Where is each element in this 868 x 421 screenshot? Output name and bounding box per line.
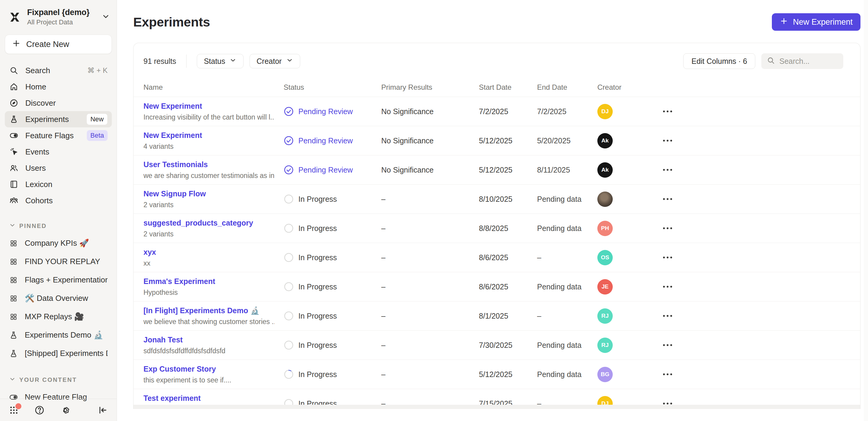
- pinned-section-header[interactable]: PINNED: [0, 222, 117, 230]
- pinned-item-label: [Shipped] Experiments Demo 🖊️: [25, 349, 107, 358]
- experiment-name-cell: New Signup Flow2 variants: [144, 189, 284, 209]
- sidebar-item-feature-flags[interactable]: Feature FlagsBeta: [5, 127, 112, 144]
- table-header-row: NameStatusPrimary ResultsStart DateEnd D…: [133, 78, 860, 97]
- row-menu-button[interactable]: [660, 224, 675, 232]
- row-menu-button[interactable]: [660, 254, 675, 261]
- end-date-cell: Pending data: [537, 195, 597, 203]
- create-new-button[interactable]: Create New: [5, 35, 112, 54]
- experiment-link[interactable]: New Experiment: [144, 102, 275, 110]
- creator-avatar[interactable]: [597, 192, 613, 207]
- column-header-start-date[interactable]: Start Date: [479, 83, 537, 92]
- filter-button-creator[interactable]: Creator: [250, 54, 300, 68]
- experiment-link[interactable]: Test experiment: [144, 394, 275, 402]
- pinned-list: Company KPIs 🚀FIND YOUR REPLAYFlags + Ex…: [0, 230, 117, 363]
- creator-avatar[interactable]: DJ: [597, 104, 613, 119]
- row-menu-button[interactable]: [660, 370, 675, 378]
- pinned-item[interactable]: FIND YOUR REPLAY: [5, 252, 112, 271]
- chevron-down-icon: [9, 376, 16, 384]
- beta-badge: Beta: [87, 130, 107, 141]
- row-menu-button[interactable]: [660, 166, 675, 174]
- status-cell: In Progress: [284, 369, 381, 380]
- experiment-description: 4 variants: [144, 142, 275, 151]
- pinned-item[interactable]: MXP Replays 🎥: [5, 307, 112, 326]
- sidebar-item-discover[interactable]: Discover: [5, 95, 112, 111]
- table-row: User Testimonialswe are sharing customer…: [133, 155, 860, 184]
- sidebar-item-label: Home: [25, 82, 107, 92]
- creator-cell: PH: [597, 221, 647, 236]
- workspace-switcher[interactable]: Fixpanel {demo} All Project Data: [0, 0, 117, 32]
- experiment-link[interactable]: Exp Customer Story: [144, 365, 275, 374]
- your-content-section-title: YOUR CONTENT: [19, 377, 77, 383]
- creator-avatar[interactable]: JE: [597, 279, 613, 294]
- experiments-table-card: 91 results StatusCreator Edit Columns · …: [133, 43, 861, 409]
- progress-circle-icon: [284, 223, 294, 233]
- creator-avatar[interactable]: PH: [597, 221, 613, 236]
- experiment-link[interactable]: User Testimonials: [144, 160, 275, 169]
- collapse-sidebar-icon[interactable]: [97, 405, 107, 415]
- filter-button-status[interactable]: Status: [197, 54, 244, 68]
- experiment-name-cell: suggested_products_category2 variants: [144, 219, 284, 238]
- sidebar-item-users[interactable]: Users: [5, 160, 112, 176]
- vertical-scrollbar[interactable]: [864, 0, 868, 421]
- creator-avatar[interactable]: Ak: [597, 133, 613, 149]
- horizontal-scrollbar[interactable]: [133, 405, 860, 409]
- creator-avatar[interactable]: RJ: [597, 309, 613, 324]
- settings-gear-icon[interactable]: [60, 405, 70, 415]
- table-body: New ExperimentIncreasing visibility of t…: [133, 97, 860, 409]
- creator-avatar[interactable]: RJ: [597, 337, 613, 353]
- sidebar-item-events[interactable]: Events: [5, 144, 112, 160]
- pinned-item[interactable]: [Shipped] Experiments Demo 🖊️: [5, 344, 112, 363]
- row-menu-button[interactable]: [660, 195, 675, 203]
- edit-columns-button[interactable]: Edit Columns · 6: [683, 53, 755, 69]
- row-menu-button[interactable]: [660, 283, 675, 291]
- column-header-name[interactable]: Name: [144, 83, 284, 92]
- sidebar-item-experiments[interactable]: ExperimentsNew: [5, 111, 112, 127]
- experiment-link[interactable]: suggested_products_category: [144, 219, 275, 227]
- column-header-end-date[interactable]: End Date: [537, 83, 597, 92]
- plus-icon: [12, 39, 21, 50]
- creator-avatar[interactable]: BG: [597, 367, 613, 382]
- help-icon[interactable]: [34, 405, 44, 415]
- table-row: New Signup Flow2 variantsIn Progress–8/1…: [133, 184, 860, 214]
- experiment-link[interactable]: Jonah Test: [144, 335, 275, 344]
- column-header-creator[interactable]: Creator: [597, 83, 647, 92]
- experiment-link[interactable]: Emma's Experiment: [144, 277, 275, 286]
- row-menu-button[interactable]: [660, 137, 675, 144]
- status-label: In Progress: [299, 253, 337, 262]
- creator-avatar[interactable]: Ak: [597, 162, 613, 178]
- sidebar-item-lexicon[interactable]: Lexicon: [5, 176, 112, 192]
- row-menu-button[interactable]: [660, 107, 675, 115]
- sidebar-item-home[interactable]: Home: [5, 78, 112, 95]
- pinned-item[interactable]: 🛠️ Data Overview: [5, 289, 112, 307]
- row-menu-button[interactable]: [660, 312, 675, 320]
- row-menu-button[interactable]: [660, 341, 675, 349]
- row-actions-cell: [647, 312, 860, 320]
- apps-grid-icon[interactable]: [9, 406, 19, 415]
- pinned-item[interactable]: Flags + Experimentation Demo ,: [5, 271, 112, 289]
- your-content-section-header[interactable]: YOUR CONTENT: [0, 376, 117, 384]
- column-header-primary-results[interactable]: Primary Results: [381, 83, 479, 92]
- status-label: Pending Review: [299, 107, 353, 116]
- sidebar-item-cohorts[interactable]: Cohorts: [5, 192, 112, 209]
- results-count: 91 results: [144, 57, 176, 66]
- new-experiment-button[interactable]: New Experiment: [772, 13, 861, 31]
- experiment-link[interactable]: [In Flight] Experiments Demo 🔬: [144, 306, 275, 315]
- experiment-description: we believe that showing customer stories…: [144, 318, 275, 326]
- experiment-link[interactable]: New Experiment: [144, 131, 275, 140]
- experiment-link[interactable]: xyx: [144, 248, 275, 257]
- new-experiment-label: New Experiment: [793, 18, 852, 27]
- end-date-cell: Pending data: [537, 341, 597, 350]
- experiment-link[interactable]: New Signup Flow: [144, 189, 275, 198]
- status-cell: Pending Review: [284, 165, 381, 175]
- board-icon: [9, 276, 18, 284]
- search-input[interactable]: [779, 57, 837, 66]
- sidebar-item-search[interactable]: Search⌘ + K: [5, 62, 112, 78]
- pinned-item[interactable]: Company KPIs 🚀: [5, 234, 112, 252]
- experiment-name-cell: User Testimonialswe are sharing customer…: [144, 160, 284, 180]
- experiment-description: sdfdsfdsfsdfdffdfdsfsdfdsfd: [144, 347, 275, 355]
- column-header-status[interactable]: Status: [284, 83, 381, 92]
- chevron-down-icon: [101, 12, 110, 22]
- creator-avatar[interactable]: OS: [597, 250, 613, 265]
- progress-circle-icon: [284, 369, 294, 380]
- pinned-item[interactable]: Experiments Demo 🔬: [5, 326, 112, 344]
